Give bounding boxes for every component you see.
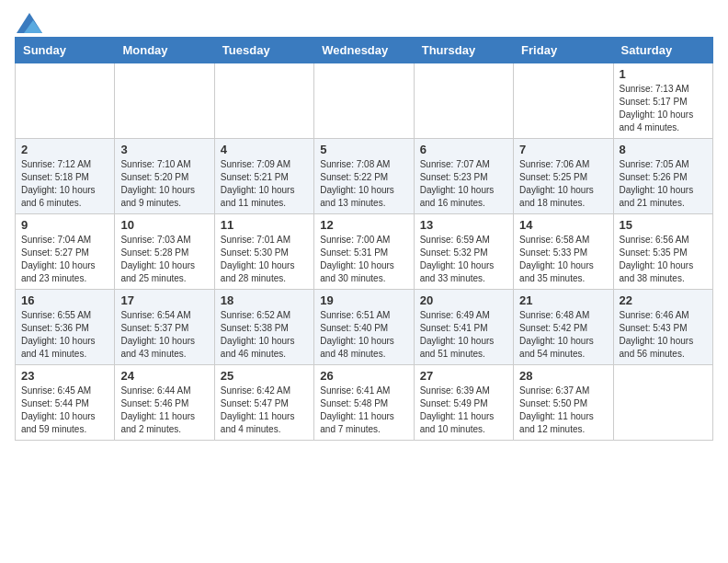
calendar-cell <box>314 63 414 139</box>
calendar-cell: 4Sunrise: 7:09 AM Sunset: 5:21 PM Daylig… <box>214 139 313 214</box>
calendar-cell: 2Sunrise: 7:12 AM Sunset: 5:18 PM Daylig… <box>16 139 115 214</box>
day-number: 4 <box>221 143 308 156</box>
calendar-cell: 12Sunrise: 7:00 AM Sunset: 5:31 PM Dayli… <box>314 214 414 290</box>
day-info: Sunrise: 6:59 AM Sunset: 5:32 PM Dayligh… <box>420 234 507 285</box>
calendar-cell <box>16 63 115 139</box>
day-number: 17 <box>120 293 208 307</box>
calendar-cell: 13Sunrise: 6:59 AM Sunset: 5:32 PM Dayli… <box>414 214 513 290</box>
day-number: 15 <box>620 218 707 232</box>
calendar-cell: 21Sunrise: 6:48 AM Sunset: 5:42 PM Dayli… <box>514 290 613 365</box>
day-info: Sunrise: 7:09 AM Sunset: 5:21 PM Dayligh… <box>221 158 308 210</box>
calendar-cell: 19Sunrise: 6:51 AM Sunset: 5:40 PM Dayli… <box>314 290 414 365</box>
calendar-cell: 20Sunrise: 6:49 AM Sunset: 5:41 PM Dayli… <box>414 290 513 365</box>
day-number: 24 <box>120 369 208 383</box>
calendar-cell: 8Sunrise: 7:05 AM Sunset: 5:26 PM Daylig… <box>613 139 712 214</box>
day-number: 22 <box>620 293 707 307</box>
day-info: Sunrise: 6:54 AM Sunset: 5:37 PM Dayligh… <box>120 309 208 361</box>
calendar-cell: 11Sunrise: 7:01 AM Sunset: 5:30 PM Dayli… <box>214 214 313 290</box>
day-number: 7 <box>519 143 607 156</box>
calendar-week-4: 16Sunrise: 6:55 AM Sunset: 5:36 PM Dayli… <box>16 290 713 365</box>
calendar-cell: 15Sunrise: 6:56 AM Sunset: 5:35 PM Dayli… <box>613 214 712 290</box>
calendar-cell: 25Sunrise: 6:42 AM Sunset: 5:47 PM Dayli… <box>214 365 313 441</box>
calendar-cell <box>414 63 513 139</box>
calendar-header-row: SundayMondayTuesdayWednesdayThursdayFrid… <box>16 38 713 63</box>
day-info: Sunrise: 6:56 AM Sunset: 5:35 PM Dayligh… <box>620 234 707 285</box>
day-info: Sunrise: 6:46 AM Sunset: 5:43 PM Dayligh… <box>620 309 707 361</box>
day-info: Sunrise: 6:44 AM Sunset: 5:46 PM Dayligh… <box>120 385 208 436</box>
calendar-cell: 7Sunrise: 7:06 AM Sunset: 5:25 PM Daylig… <box>514 139 613 214</box>
day-number: 12 <box>320 218 407 232</box>
day-number: 26 <box>320 369 407 383</box>
day-info: Sunrise: 7:13 AM Sunset: 5:17 PM Dayligh… <box>620 83 707 134</box>
day-info: Sunrise: 7:06 AM Sunset: 5:25 PM Dayligh… <box>519 158 607 210</box>
page-header <box>15 15 713 29</box>
day-info: Sunrise: 7:07 AM Sunset: 5:23 PM Dayligh… <box>420 158 507 210</box>
calendar-cell: 1Sunrise: 7:13 AM Sunset: 5:17 PM Daylig… <box>613 63 712 139</box>
day-number: 13 <box>420 218 507 232</box>
day-info: Sunrise: 7:03 AM Sunset: 5:28 PM Dayligh… <box>120 234 208 285</box>
day-info: Sunrise: 6:55 AM Sunset: 5:36 PM Dayligh… <box>21 309 108 361</box>
calendar-week-3: 9Sunrise: 7:04 AM Sunset: 5:27 PM Daylig… <box>16 214 713 290</box>
day-header-wednesday: Wednesday <box>314 38 414 63</box>
day-number: 16 <box>21 293 108 307</box>
day-number: 5 <box>320 143 407 156</box>
day-info: Sunrise: 6:42 AM Sunset: 5:47 PM Dayligh… <box>221 385 308 436</box>
day-info: Sunrise: 6:41 AM Sunset: 5:48 PM Dayligh… <box>320 385 407 436</box>
calendar-cell: 26Sunrise: 6:41 AM Sunset: 5:48 PM Dayli… <box>314 365 414 441</box>
day-info: Sunrise: 6:58 AM Sunset: 5:33 PM Dayligh… <box>519 234 607 285</box>
day-header-friday: Friday <box>514 38 613 63</box>
day-info: Sunrise: 7:01 AM Sunset: 5:30 PM Dayligh… <box>221 234 308 285</box>
calendar-cell: 16Sunrise: 6:55 AM Sunset: 5:36 PM Dayli… <box>16 290 115 365</box>
day-info: Sunrise: 6:45 AM Sunset: 5:44 PM Dayligh… <box>21 385 108 436</box>
day-info: Sunrise: 6:39 AM Sunset: 5:49 PM Dayligh… <box>420 385 507 436</box>
day-info: Sunrise: 7:00 AM Sunset: 5:31 PM Dayligh… <box>320 234 407 285</box>
day-info: Sunrise: 7:10 AM Sunset: 5:20 PM Dayligh… <box>120 158 208 210</box>
day-number: 6 <box>420 143 507 156</box>
calendar-cell: 5Sunrise: 7:08 AM Sunset: 5:22 PM Daylig… <box>314 139 414 214</box>
calendar-cell <box>613 365 712 441</box>
day-number: 11 <box>221 218 308 232</box>
calendar-cell: 24Sunrise: 6:44 AM Sunset: 5:46 PM Dayli… <box>115 365 214 441</box>
day-header-thursday: Thursday <box>414 38 513 63</box>
calendar-cell: 14Sunrise: 6:58 AM Sunset: 5:33 PM Dayli… <box>514 214 613 290</box>
day-number: 2 <box>21 143 108 156</box>
calendar-cell: 10Sunrise: 7:03 AM Sunset: 5:28 PM Dayli… <box>115 214 214 290</box>
logo <box>15 15 42 29</box>
day-info: Sunrise: 7:12 AM Sunset: 5:18 PM Dayligh… <box>21 158 108 210</box>
calendar-cell <box>115 63 214 139</box>
day-info: Sunrise: 6:52 AM Sunset: 5:38 PM Dayligh… <box>221 309 308 361</box>
day-info: Sunrise: 6:37 AM Sunset: 5:50 PM Dayligh… <box>519 385 607 436</box>
day-number: 18 <box>221 293 308 307</box>
day-number: 10 <box>120 218 208 232</box>
day-number: 19 <box>320 293 407 307</box>
day-header-tuesday: Tuesday <box>214 38 313 63</box>
calendar-week-5: 23Sunrise: 6:45 AM Sunset: 5:44 PM Dayli… <box>16 365 713 441</box>
calendar-cell <box>214 63 313 139</box>
day-number: 14 <box>519 218 607 232</box>
calendar-cell: 9Sunrise: 7:04 AM Sunset: 5:27 PM Daylig… <box>16 214 115 290</box>
day-number: 1 <box>620 67 707 81</box>
day-header-saturday: Saturday <box>613 38 712 63</box>
calendar-cell: 17Sunrise: 6:54 AM Sunset: 5:37 PM Dayli… <box>115 290 214 365</box>
calendar-cell: 28Sunrise: 6:37 AM Sunset: 5:50 PM Dayli… <box>514 365 613 441</box>
day-number: 25 <box>221 369 308 383</box>
day-info: Sunrise: 6:48 AM Sunset: 5:42 PM Dayligh… <box>519 309 607 361</box>
calendar-week-2: 2Sunrise: 7:12 AM Sunset: 5:18 PM Daylig… <box>16 139 713 214</box>
day-info: Sunrise: 6:49 AM Sunset: 5:41 PM Dayligh… <box>420 309 507 361</box>
calendar-cell: 27Sunrise: 6:39 AM Sunset: 5:49 PM Dayli… <box>414 365 513 441</box>
day-number: 21 <box>519 293 607 307</box>
calendar-cell: 18Sunrise: 6:52 AM Sunset: 5:38 PM Dayli… <box>214 290 313 365</box>
logo-icon <box>17 13 42 33</box>
day-number: 8 <box>620 143 707 156</box>
calendar-cell: 6Sunrise: 7:07 AM Sunset: 5:23 PM Daylig… <box>414 139 513 214</box>
calendar-cell: 3Sunrise: 7:10 AM Sunset: 5:20 PM Daylig… <box>115 139 214 214</box>
calendar-cell: 22Sunrise: 6:46 AM Sunset: 5:43 PM Dayli… <box>613 290 712 365</box>
day-number: 20 <box>420 293 507 307</box>
calendar: SundayMondayTuesdayWednesdayThursdayFrid… <box>15 37 713 441</box>
day-info: Sunrise: 6:51 AM Sunset: 5:40 PM Dayligh… <box>320 309 407 361</box>
day-number: 28 <box>519 369 607 383</box>
day-header-sunday: Sunday <box>16 38 115 63</box>
calendar-cell <box>514 63 613 139</box>
day-info: Sunrise: 7:04 AM Sunset: 5:27 PM Dayligh… <box>21 234 108 285</box>
calendar-cell: 23Sunrise: 6:45 AM Sunset: 5:44 PM Dayli… <box>16 365 115 441</box>
